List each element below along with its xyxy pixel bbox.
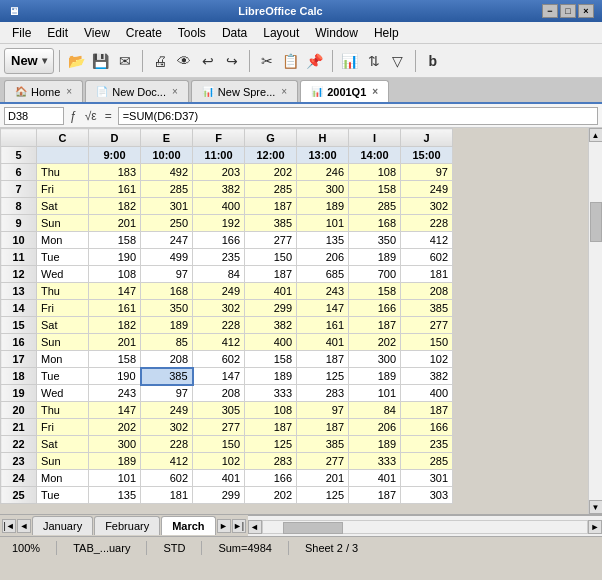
- cell-e14[interactable]: 350: [141, 300, 193, 317]
- cell-e23[interactable]: 412: [141, 453, 193, 470]
- cell-i6[interactable]: 108: [349, 164, 401, 181]
- row-num-15[interactable]: 15: [1, 317, 37, 334]
- cell-i7[interactable]: 158: [349, 181, 401, 198]
- row-num-24[interactable]: 24: [1, 470, 37, 487]
- tab-january[interactable]: January: [32, 516, 93, 535]
- cell-j23[interactable]: 285: [401, 453, 453, 470]
- row-num-23[interactable]: 23: [1, 453, 37, 470]
- cell-i10[interactable]: 350: [349, 232, 401, 249]
- cell-f25[interactable]: 299: [193, 487, 245, 504]
- cell-j18[interactable]: 382: [401, 368, 453, 385]
- cell-g19[interactable]: 333: [245, 385, 297, 402]
- spreadsheet-scroll[interactable]: C D E F G H I J 5: [0, 128, 588, 514]
- cell-h7[interactable]: 300: [297, 181, 349, 198]
- sheet-last-button[interactable]: ►|: [232, 519, 246, 533]
- cell-g24[interactable]: 166: [245, 470, 297, 487]
- row-num-5[interactable]: 5: [1, 147, 37, 164]
- undo-button[interactable]: ↩: [196, 49, 220, 73]
- menu-help[interactable]: Help: [366, 24, 407, 42]
- cell-c12[interactable]: Wed: [37, 266, 89, 283]
- cell-i23[interactable]: 333: [349, 453, 401, 470]
- cell-c15[interactable]: Sat: [37, 317, 89, 334]
- cell-c18[interactable]: Tue: [37, 368, 89, 385]
- menu-tools[interactable]: Tools: [170, 24, 214, 42]
- row-num-16[interactable]: 16: [1, 334, 37, 351]
- cell-h9[interactable]: 101: [297, 215, 349, 232]
- row-num-6[interactable]: 6: [1, 164, 37, 181]
- cell-e22[interactable]: 228: [141, 436, 193, 453]
- cell-f8[interactable]: 400: [193, 198, 245, 215]
- cell-d10[interactable]: 158: [89, 232, 141, 249]
- cell-j22[interactable]: 235: [401, 436, 453, 453]
- row-num-14[interactable]: 14: [1, 300, 37, 317]
- cell-g10[interactable]: 277: [245, 232, 297, 249]
- cell-j13[interactable]: 208: [401, 283, 453, 300]
- cell-i11[interactable]: 189: [349, 249, 401, 266]
- cell-g17[interactable]: 158: [245, 351, 297, 368]
- cell-j21[interactable]: 166: [401, 419, 453, 436]
- cell-f20[interactable]: 305: [193, 402, 245, 419]
- email-button[interactable]: ✉: [113, 49, 137, 73]
- cell-f17[interactable]: 602: [193, 351, 245, 368]
- cell-d13[interactable]: 147: [89, 283, 141, 300]
- scroll-track[interactable]: [589, 142, 603, 500]
- cell-c23[interactable]: Sun: [37, 453, 89, 470]
- menu-file[interactable]: File: [4, 24, 39, 42]
- cell-h8[interactable]: 189: [297, 198, 349, 215]
- cell-d21[interactable]: 202: [89, 419, 141, 436]
- cell-e13[interactable]: 168: [141, 283, 193, 300]
- cell-f13[interactable]: 249: [193, 283, 245, 300]
- cell-h13[interactable]: 243: [297, 283, 349, 300]
- function-wizard-button[interactable]: ƒ: [68, 109, 79, 123]
- cell-i8[interactable]: 285: [349, 198, 401, 215]
- cell-f11[interactable]: 235: [193, 249, 245, 266]
- cell-f10[interactable]: 166: [193, 232, 245, 249]
- tab-february[interactable]: February: [94, 516, 160, 535]
- cell-i21[interactable]: 206: [349, 419, 401, 436]
- cell-h15[interactable]: 161: [297, 317, 349, 334]
- cell-e8[interactable]: 301: [141, 198, 193, 215]
- scroll-right-button[interactable]: ►: [588, 520, 602, 534]
- cell-f23[interactable]: 102: [193, 453, 245, 470]
- cell-e16[interactable]: 85: [141, 334, 193, 351]
- cell-c9[interactable]: Sun: [37, 215, 89, 232]
- cell-e15[interactable]: 189: [141, 317, 193, 334]
- row-num-19[interactable]: 19: [1, 385, 37, 402]
- cell-e24[interactable]: 602: [141, 470, 193, 487]
- cell-d15[interactable]: 182: [89, 317, 141, 334]
- cell-j6[interactable]: 97: [401, 164, 453, 181]
- menu-data[interactable]: Data: [214, 24, 255, 42]
- tab-newdoc[interactable]: 📄 New Doc... ×: [85, 80, 189, 102]
- cell-d25[interactable]: 135: [89, 487, 141, 504]
- cell-f12[interactable]: 84: [193, 266, 245, 283]
- cell-c5[interactable]: [37, 147, 89, 164]
- cell-f6[interactable]: 203: [193, 164, 245, 181]
- cell-h25[interactable]: 125: [297, 487, 349, 504]
- cell-i9[interactable]: 168: [349, 215, 401, 232]
- cell-f21[interactable]: 277: [193, 419, 245, 436]
- cell-h6[interactable]: 246: [297, 164, 349, 181]
- cell-g18[interactable]: 189: [245, 368, 297, 385]
- cell-g5[interactable]: 12:00: [245, 147, 297, 164]
- cell-j24[interactable]: 301: [401, 470, 453, 487]
- cell-g9[interactable]: 385: [245, 215, 297, 232]
- col-header-f[interactable]: F: [193, 129, 245, 147]
- cell-e20[interactable]: 249: [141, 402, 193, 419]
- preview-button[interactable]: 👁: [172, 49, 196, 73]
- row-num-20[interactable]: 20: [1, 402, 37, 419]
- tab-home[interactable]: 🏠 Home ×: [4, 80, 83, 102]
- cell-f19[interactable]: 208: [193, 385, 245, 402]
- cell-c21[interactable]: Fri: [37, 419, 89, 436]
- cell-h24[interactable]: 201: [297, 470, 349, 487]
- cell-j11[interactable]: 602: [401, 249, 453, 266]
- cell-h23[interactable]: 277: [297, 453, 349, 470]
- cell-d17[interactable]: 158: [89, 351, 141, 368]
- minimize-button[interactable]: −: [542, 4, 558, 18]
- tab-newdoc-close[interactable]: ×: [172, 86, 178, 97]
- cell-g22[interactable]: 125: [245, 436, 297, 453]
- cell-i14[interactable]: 166: [349, 300, 401, 317]
- scroll-left-button[interactable]: ◄: [248, 520, 262, 534]
- col-header-c[interactable]: C: [37, 129, 89, 147]
- filter-button[interactable]: ▽: [386, 49, 410, 73]
- cell-h18[interactable]: 125: [297, 368, 349, 385]
